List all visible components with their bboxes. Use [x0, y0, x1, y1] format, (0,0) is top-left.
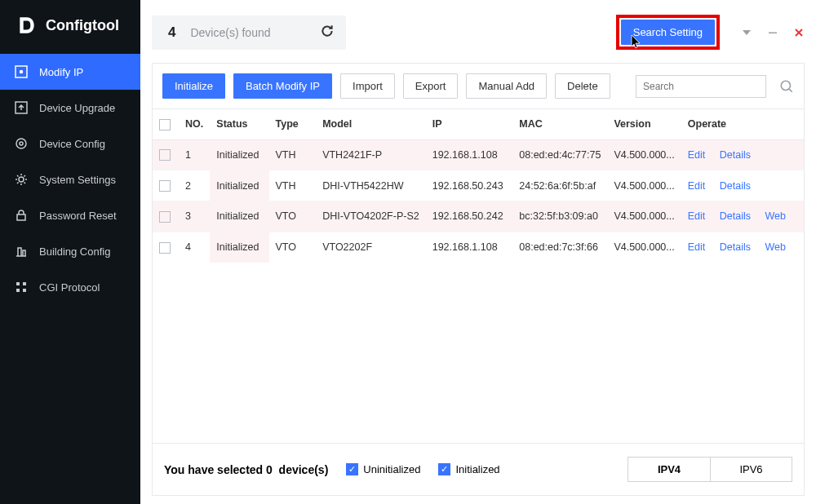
cell-ip: 192.168.1.108 — [426, 232, 513, 262]
col-header-no: NO. — [179, 109, 210, 139]
search-setting-button[interactable]: Search Setting — [621, 20, 715, 45]
selection-summary: You have selected 0 device(s) — [164, 463, 328, 476]
edit-link[interactable]: Edit — [688, 210, 706, 222]
cell-model: DHI-VTH5422HW — [316, 170, 426, 201]
search-icon[interactable] — [779, 79, 794, 94]
svg-rect-9 — [16, 289, 20, 292]
svg-rect-10 — [23, 289, 26, 292]
sidebar-item-label: Device Config — [39, 138, 105, 150]
sidebar-nav: Modify IP Device Upgrade Device Config S… — [0, 54, 140, 305]
ipv6-toggle[interactable]: IPV6 — [710, 458, 792, 481]
row-checkbox[interactable] — [159, 211, 171, 223]
sidebar-item-device-config[interactable]: Device Config — [0, 126, 140, 161]
col-header-type: Type — [269, 109, 317, 139]
sidebar-item-password-reset[interactable]: Password Reset — [0, 197, 140, 233]
svg-point-1 — [20, 71, 23, 73]
cell-no: 3 — [179, 201, 210, 232]
manual-add-button[interactable]: Manual Add — [466, 73, 547, 99]
batch-modify-ip-button[interactable]: Batch Modify IP — [233, 73, 332, 99]
main-area: 4 Device(s) found Search Setting Initial… — [140, 0, 816, 504]
search-input[interactable] — [636, 75, 766, 98]
sidebar-item-label: Modify IP — [39, 66, 83, 78]
toolbar: Initialize Batch Modify IP Import Export… — [152, 63, 805, 108]
refresh-icon[interactable] — [320, 24, 335, 42]
sidebar-item-device-upgrade[interactable]: Device Upgrade — [0, 90, 140, 126]
cell-type: VTH — [269, 139, 317, 170]
edit-link[interactable]: Edit — [688, 241, 706, 253]
table-row: 4 Initialized VTO VTO2202F 192.168.1.108… — [153, 232, 804, 262]
details-link[interactable]: Details — [720, 149, 751, 161]
cell-status: Initialized — [210, 232, 268, 262]
close-icon[interactable] — [793, 27, 805, 38]
modify-ip-icon — [15, 65, 28, 78]
cell-version: V4.500.000... — [607, 232, 681, 262]
details-link[interactable]: Details — [720, 210, 751, 222]
minimize-icon[interactable] — [767, 27, 778, 38]
details-link[interactable]: Details — [720, 180, 751, 192]
row-checkbox[interactable] — [159, 180, 171, 192]
table-row: 1 Initialized VTH VTH2421F-P 192.168.1.1… — [153, 139, 804, 170]
select-all-checkbox[interactable] — [159, 119, 171, 130]
window-controls — [741, 27, 805, 38]
cell-no: 4 — [179, 232, 210, 262]
web-link[interactable]: Web — [765, 241, 786, 253]
cell-model: DHI-VTO4202F-P-S2 — [316, 201, 426, 232]
edit-link[interactable]: Edit — [688, 149, 706, 161]
cell-mac: bc:32:5f:b3:09:a0 — [512, 201, 607, 232]
cell-status: Initialized — [210, 139, 268, 170]
sidebar-item-system-settings[interactable]: System Settings — [0, 161, 140, 197]
cell-type: VTO — [269, 232, 317, 262]
svg-rect-11 — [769, 32, 777, 33]
cell-status: Initialized — [210, 170, 268, 201]
device-table: NO. Status Type Model IP MAC Version Ope… — [153, 109, 804, 263]
cell-ip: 192.168.50.243 — [426, 170, 513, 201]
sidebar-item-modify-ip[interactable]: Modify IP — [0, 54, 140, 90]
cell-status: Initialized — [210, 201, 268, 232]
cell-mac: 08:ed:ed:7c:3f:66 — [512, 232, 607, 262]
table-row: 2 Initialized VTH DHI-VTH5422HW 192.168.… — [153, 170, 804, 201]
ipv4-toggle[interactable]: IPV4 — [628, 458, 710, 481]
delete-button[interactable]: Delete — [555, 73, 610, 99]
cell-operate: Edit Details Web — [681, 232, 804, 262]
config-icon — [15, 137, 28, 150]
svg-point-3 — [16, 139, 26, 148]
col-header-model: Model — [316, 109, 426, 139]
col-header-status: Status — [210, 109, 268, 139]
device-count-panel: 4 Device(s) found — [152, 15, 346, 50]
upgrade-icon — [15, 101, 28, 114]
filter-dropdown-icon[interactable] — [741, 27, 752, 38]
ip-version-toggle: IPV4 IPV6 — [628, 457, 792, 482]
table-header-row: NO. Status Type Model IP MAC Version Ope… — [153, 109, 804, 139]
cell-operate: Edit Details — [681, 170, 804, 201]
import-button[interactable]: Import — [340, 73, 395, 99]
cell-ip: 192.168.1.108 — [426, 139, 513, 170]
sidebar-item-label: System Settings — [39, 174, 116, 186]
legend-uninitialized[interactable]: ✓ Uninitialized — [346, 463, 420, 475]
cell-type: VTO — [269, 201, 317, 232]
initialize-button[interactable]: Initialize — [162, 73, 225, 99]
cell-mac: 08:ed:ed:4c:77:75 — [512, 139, 607, 170]
gear-icon — [15, 173, 28, 186]
lock-icon — [15, 209, 28, 222]
details-link[interactable]: Details — [720, 241, 751, 253]
web-link[interactable]: Web — [765, 210, 786, 222]
sidebar-item-cgi-protocol[interactable]: CGI Protocol — [0, 269, 140, 305]
sidebar-item-building-config[interactable]: Building Config — [0, 233, 140, 269]
cell-version: V4.500.000... — [607, 170, 681, 201]
svg-point-4 — [20, 142, 23, 145]
sidebar-item-label: Building Config — [39, 245, 110, 258]
row-checkbox[interactable] — [159, 242, 171, 254]
device-count-label: Device(s) found — [190, 26, 270, 39]
cell-version: V4.500.000... — [607, 139, 681, 170]
footer-bar: You have selected 0 device(s) ✓ Uninitia… — [152, 444, 805, 496]
sidebar: Configtool Modify IP Device Upgrade Devi… — [0, 0, 140, 504]
cell-ip: 192.168.50.242 — [426, 201, 513, 232]
svg-point-12 — [781, 81, 790, 90]
export-button[interactable]: Export — [403, 73, 459, 99]
edit-link[interactable]: Edit — [688, 180, 706, 192]
cell-no: 1 — [179, 139, 210, 170]
legend-initialized[interactable]: ✓ Initialized — [438, 463, 499, 475]
row-checkbox[interactable] — [159, 149, 171, 161]
cell-mac: 24:52:6a:6f:5b:af — [512, 170, 607, 201]
svg-rect-8 — [23, 282, 26, 285]
